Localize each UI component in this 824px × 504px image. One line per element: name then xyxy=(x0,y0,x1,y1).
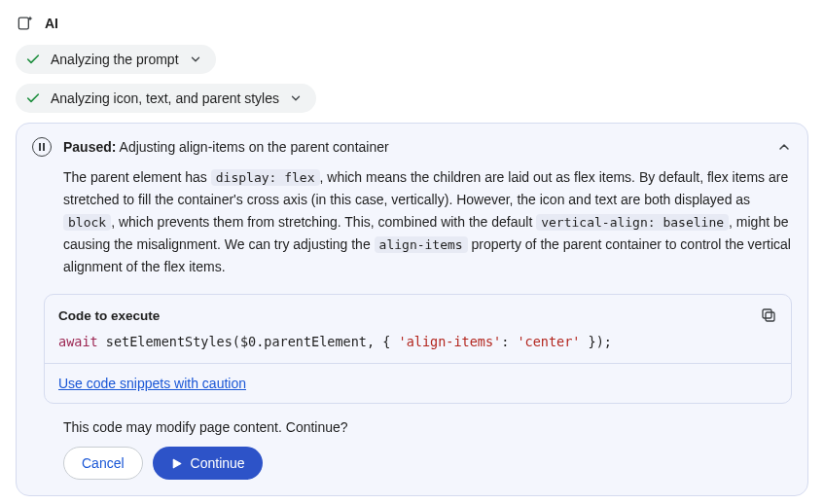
chevron-down-icon xyxy=(189,53,202,66)
svg-rect-1 xyxy=(766,312,774,321)
caution-row: Use code snippets with caution xyxy=(45,363,791,403)
chevron-down-icon xyxy=(289,91,303,105)
paused-body: The parent element has display: flex, wh… xyxy=(63,166,792,278)
caution-link[interactable]: Use code snippets with caution xyxy=(58,376,246,391)
continue-button[interactable]: Continue xyxy=(153,447,263,480)
paused-title: Paused: Adjusting align-items on the par… xyxy=(63,139,765,155)
svg-marker-3 xyxy=(173,459,181,468)
inline-code: vertical-align: baseline xyxy=(536,214,729,231)
paused-header: Paused: Adjusting align-items on the par… xyxy=(32,137,792,157)
step-label: Analyzing the prompt xyxy=(51,52,179,67)
inline-code: align-items xyxy=(375,236,468,253)
check-icon xyxy=(25,52,41,67)
copy-icon[interactable] xyxy=(760,306,777,324)
code-block: Code to execute await setElementStyles($… xyxy=(44,294,792,404)
inline-code: display: flex xyxy=(211,169,320,186)
ai-title: AI xyxy=(45,16,58,31)
paused-card: Paused: Adjusting align-items on the par… xyxy=(16,123,808,496)
confirm-text: This code may modify page content. Conti… xyxy=(63,419,792,435)
step-chip[interactable]: Analyzing icon, text, and parent styles xyxy=(16,84,316,113)
chevron-up-icon[interactable] xyxy=(776,139,792,155)
svg-rect-0 xyxy=(18,18,28,29)
play-icon xyxy=(170,457,183,470)
step-chip[interactable]: Analyzing the prompt xyxy=(16,45,216,74)
inline-code: block xyxy=(63,214,111,231)
ai-header: AI xyxy=(16,14,808,33)
code-heading: Code to execute xyxy=(58,308,160,323)
confirm-row: This code may modify page content. Conti… xyxy=(63,419,792,480)
check-icon xyxy=(25,90,41,106)
step-label: Analyzing icon, text, and parent styles xyxy=(51,90,279,106)
svg-rect-2 xyxy=(763,309,771,318)
pause-icon xyxy=(32,137,52,157)
cancel-button[interactable]: Cancel xyxy=(63,447,143,480)
sparkle-icon xyxy=(16,14,35,33)
code-body: await setElementStyles($0.parentElement,… xyxy=(45,330,791,363)
